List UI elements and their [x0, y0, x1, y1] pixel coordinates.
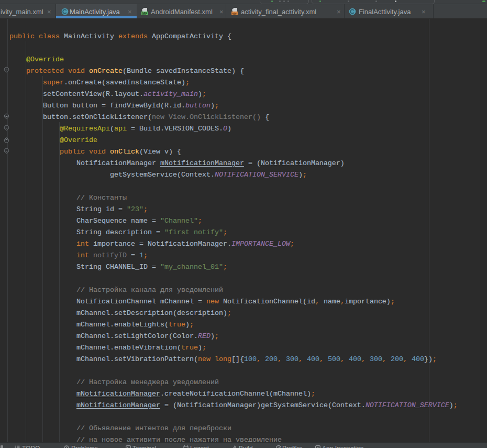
svg-text:</>: </> — [232, 12, 237, 15]
svg-text:MF: MF — [142, 12, 147, 15]
